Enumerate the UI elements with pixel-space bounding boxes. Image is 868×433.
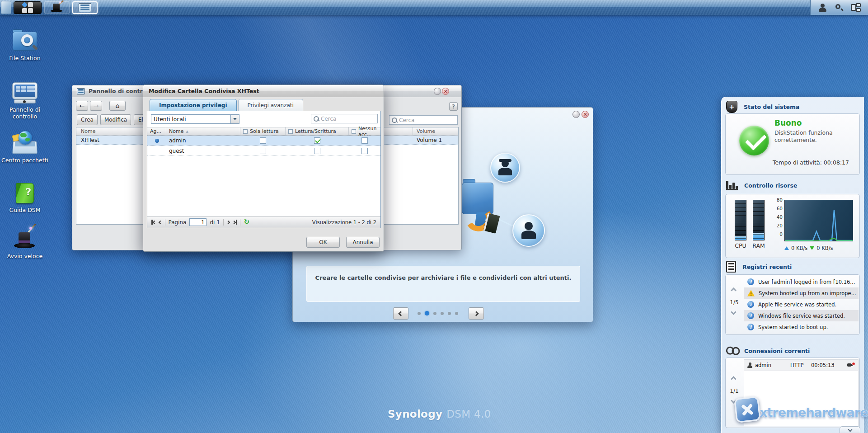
readonly-checkbox[interactable] [260,137,266,144]
disconnect-icon[interactable] [847,362,855,368]
pilot-view-icon[interactable] [851,3,861,12]
list-item[interactable]: User [admin] logged in from [10.16... [744,276,859,287]
y-tick: 0 [771,231,783,237]
desktop-icon-control-panel[interactable]: Pannello di controllo [0,81,50,120]
ok-button[interactable]: OK [306,237,340,248]
sidebar-collapse-tab[interactable] [840,426,860,433]
desktop-icon-package-center[interactable]: Centro pacchetti [0,131,50,164]
scroll-down-icon[interactable] [731,309,737,315]
y-tick: 20 [771,223,783,228]
scroll-up-icon[interactable] [731,287,737,293]
synology-logo: Synology [388,408,442,420]
status-text: Buono [774,118,802,127]
minimize-button[interactable] [434,88,441,95]
first-page-button[interactable] [151,220,156,225]
tab-privilege-setup[interactable]: Impostazione privilegi [150,99,237,111]
list-item[interactable]: System booted up from an imprope... [744,287,859,299]
readwrite-checkbox[interactable] [314,148,320,154]
desktop-icon-dsm-help[interactable]: ? Guida DSM [0,183,50,213]
wizard-dot[interactable] [433,312,436,315]
forward-button[interactable]: → [90,101,102,111]
folder-volume: Volume 1 [413,136,458,144]
log-icon [747,312,754,319]
list-item[interactable]: admin HTTP 00:05:13 [744,360,858,371]
scroll-up-icon[interactable] [731,376,737,382]
column-header-readonly[interactable]: Sola lettura [240,127,286,135]
list-item[interactable]: System started to boot up. [744,321,859,333]
wizard-dot[interactable] [455,312,458,315]
select-all-noaccess-checkbox[interactable] [352,129,356,134]
readwrite-checkbox[interactable] [314,137,320,144]
dsm-branding: SynologyDSM 4.0 [388,408,491,420]
control-panel-taskbar-button[interactable] [72,1,98,14]
dialog-titlebar[interactable]: Modifica Cartella Condivisa XHTest [143,85,384,97]
show-desktop-button[interactable] [1,1,11,14]
wizard-prev-button[interactable] [393,307,408,320]
wizard-dot[interactable] [441,312,444,315]
y-tick: 60 [771,206,783,211]
main-menu-button[interactable] [14,1,42,14]
table-row[interactable]: admin [147,136,380,146]
page-label: Pagina [169,219,187,226]
logs-pager-rail: 1/5 [726,275,743,334]
chevron-right-icon [226,220,230,224]
modify-button[interactable]: Modifica [100,114,131,125]
noaccess-checkbox[interactable] [361,148,368,154]
bar-chart-icon [726,180,738,190]
table-row[interactable]: guest [147,146,380,156]
wizard-dot[interactable] [425,311,429,315]
help-button[interactable]: ? [449,102,458,111]
tab-advanced-privileges[interactable]: Privilegi avanzati [238,99,303,111]
refresh-icon[interactable]: ↻ [244,219,249,226]
column-header-volume[interactable]: Volume [413,127,458,135]
select-all-readonly-checkbox[interactable] [243,129,248,134]
widget-title: Registri recenti [742,264,792,270]
wizard-dot[interactable] [448,312,451,315]
search-input[interactable]: Cerca [311,114,378,123]
desktop-icon-label: Centro pacchetti [0,157,50,164]
user-bubble-icon [490,153,520,183]
sort-asc-icon: ▲ [186,130,188,133]
logs-pager: 1/5 [726,299,743,306]
wizard-dot[interactable] [418,312,421,315]
search-input[interactable]: Cerca [389,115,458,125]
desktop-icon-file-station[interactable]: File Station [0,26,50,61]
chevron-right-icon [474,311,479,316]
desktop-icon-quick-start[interactable]: Avvio veloce [0,230,50,259]
list-item[interactable]: Windows file service was started. [744,310,859,321]
prev-page-button[interactable] [159,221,162,224]
main-menu-icon [22,2,33,13]
last-page-button[interactable] [233,220,237,225]
shield-plus-icon: + [726,101,737,113]
close-icon[interactable]: ✕ [442,88,449,95]
wizard-page-dots[interactable] [418,309,465,317]
log-icon [747,301,754,308]
next-page-button[interactable] [227,221,230,224]
column-header-noaccess[interactable]: Nessun acc... [349,127,380,135]
back-button[interactable]: ← [76,101,88,111]
minimize-button[interactable] [572,111,580,118]
pagination-status: Visualizzazione 1 - 2 di 2 [312,219,376,226]
user-menu-icon[interactable] [818,3,827,12]
noaccess-checkbox[interactable] [361,137,368,144]
select-all-readwrite-checkbox[interactable] [288,129,293,134]
page-input[interactable]: 1 [189,218,206,226]
cancel-button[interactable]: Annulla [346,237,380,248]
close-icon[interactable]: ✕ [582,111,589,118]
column-header-add[interactable]: Ag... [147,127,166,135]
wizard-next-button[interactable] [469,307,484,320]
user-name: guest [166,146,240,155]
column-header-readwrite[interactable]: Lettura/Scrittura [286,127,349,135]
taskbar-right-group [810,0,868,15]
edit-shared-folder-dialog: Modifica Cartella Condivisa XHTest Impos… [143,85,384,252]
home-button[interactable]: ⌂ [109,101,126,111]
readonly-checkbox[interactable] [260,148,266,154]
search-icon[interactable] [835,3,844,12]
user-type-select[interactable]: Utenti locali [151,114,239,124]
list-item[interactable]: Apple file service was started. [744,299,859,310]
quick-start-taskbar-button[interactable] [44,1,70,14]
create-button[interactable]: Crea [77,114,98,125]
column-header-name[interactable]: Nome▲ [166,127,240,135]
log-text: Windows file service was started. [758,313,845,319]
table-header: Ag... Nome▲ Sola lettura Lettura/Scrittu… [147,127,380,136]
